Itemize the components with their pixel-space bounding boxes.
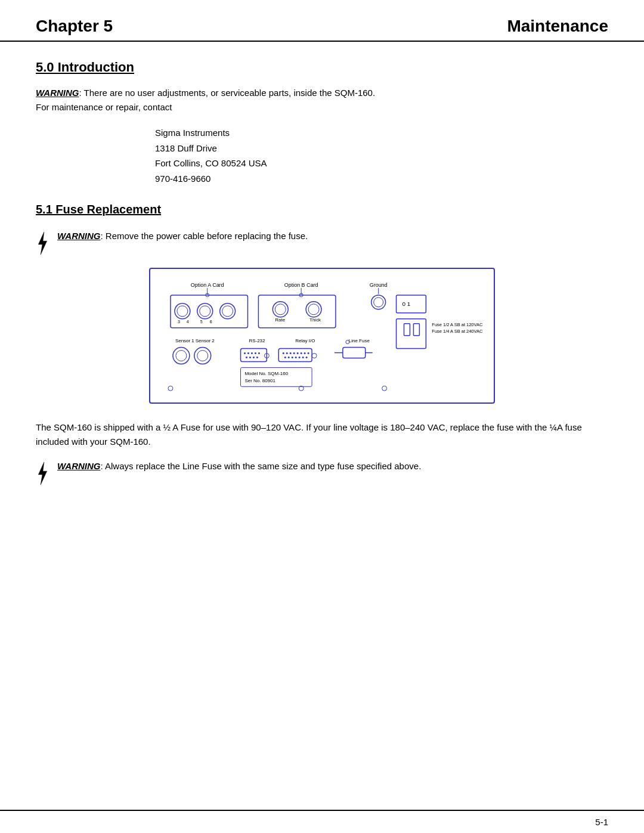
option-a-text: Option A Card (191, 282, 224, 288)
contact-line2: 1318 Duff Drive (155, 141, 608, 156)
svg-point-77 (168, 386, 173, 391)
svg-point-66 (299, 357, 301, 358)
warning-label-51b: WARNING (57, 461, 101, 471)
svg-point-18 (275, 304, 286, 315)
warning-text-51: : Remove the power cable before replacin… (101, 231, 308, 241)
section-51: 5.1 Fuse Replacement WARNING: Remove the… (36, 203, 608, 486)
svg-text:Rate: Rate (275, 317, 285, 323)
maintenance-label: Maintenance (507, 17, 608, 36)
contact-block: Sigma Instruments 1318 Duff Drive Fort C… (155, 125, 608, 186)
svg-text:Model No.  SQM-160: Model No. SQM-160 (244, 371, 288, 376)
page-header: Chapter 5 Maintenance (0, 0, 644, 42)
svg-text:5: 5 (200, 320, 203, 324)
svg-text:0  1: 0 1 (402, 301, 411, 307)
svg-point-48 (246, 357, 247, 358)
warning-label-50: WARNING (36, 88, 79, 98)
lightning-icon (36, 231, 49, 256)
option-b-text: Option B Card (284, 282, 318, 288)
svg-point-59 (301, 352, 302, 354)
svg-point-45 (251, 352, 253, 354)
svg-point-46 (255, 352, 256, 354)
device-svg: Option A Card Option B Card Ground (159, 278, 485, 391)
svg-text:Fuse 1/2 A SB at 120VAC: Fuse 1/2 A SB at 120VAC (432, 322, 483, 327)
svg-point-54 (283, 352, 284, 354)
svg-point-58 (297, 352, 299, 354)
svg-text:Line Fuse: Line Fuse (349, 338, 370, 343)
svg-text:Sensor 2: Sensor 2 (196, 338, 215, 343)
lightning-icon2 (36, 461, 49, 486)
warning-text-50: : There are no user adjustments, or serv… (79, 88, 376, 98)
svg-point-63 (288, 357, 290, 358)
svg-point-38 (173, 348, 190, 364)
chapter-label: Chapter 5 (36, 17, 113, 36)
svg-point-41 (197, 351, 208, 361)
section-51-heading: 5.1 Fuse Replacement (36, 203, 608, 216)
svg-marker-80 (38, 462, 47, 485)
svg-point-6 (177, 306, 188, 317)
svg-point-47 (258, 352, 260, 354)
warning-text-50b: For maintenance or repair, contact (36, 102, 172, 112)
svg-rect-16 (258, 295, 336, 328)
svg-point-67 (302, 357, 304, 358)
ground-text: Ground (370, 282, 388, 288)
svg-point-39 (176, 351, 187, 361)
warning-label-51: WARNING (57, 231, 101, 241)
svg-rect-42 (241, 349, 267, 362)
svg-point-69 (312, 354, 317, 358)
device-diagram: Option A Card Option B Card Ground (149, 268, 495, 404)
svg-point-8 (200, 306, 210, 317)
svg-point-78 (382, 386, 387, 391)
warning-text-51b: : Always replace the Line Fuse with the … (101, 461, 422, 471)
svg-point-25 (374, 298, 383, 307)
fuse-warning2-text: WARNING: Always replace the Line Fuse wi… (57, 460, 421, 473)
svg-text:RS-232: RS-232 (249, 338, 265, 343)
svg-rect-71 (343, 348, 366, 358)
section-50-heading: 5.0 Introduction (36, 60, 608, 75)
fuse-body-text: The SQM-160 is shipped with a ½ A Fuse f… (36, 420, 608, 449)
svg-point-56 (290, 352, 292, 354)
section-50-warning: WARNING: There are no user adjustments, … (36, 86, 608, 114)
page-number: 5-1 (595, 817, 608, 827)
svg-point-60 (304, 352, 306, 354)
svg-point-64 (292, 357, 293, 358)
svg-rect-26 (397, 295, 426, 313)
fuse-warning-block2: WARNING: Always replace the Line Fuse wi… (36, 460, 608, 486)
svg-text:Fuse 1/4 A SB at 240VAC: Fuse 1/4 A SB at 240VAC (432, 329, 483, 334)
svg-point-61 (308, 352, 309, 354)
svg-point-43 (244, 352, 246, 354)
svg-point-10 (222, 306, 233, 317)
svg-point-40 (194, 348, 211, 364)
svg-rect-4 (171, 295, 248, 328)
fuse-warning-text: WARNING: Remove the power cable before r… (57, 230, 308, 243)
contact-line3: Fort Collins, CO 80524 USA (155, 156, 608, 171)
svg-point-57 (293, 352, 295, 354)
svg-text:Ser No.   80901: Ser No. 80901 (244, 378, 275, 383)
page-content: 5.0 Introduction WARNING: There are no u… (0, 54, 644, 810)
svg-point-51 (256, 357, 258, 358)
svg-point-65 (295, 357, 297, 358)
svg-text:Thick: Thick (309, 317, 321, 323)
svg-point-62 (284, 357, 286, 358)
svg-rect-29 (404, 324, 410, 336)
svg-rect-28 (397, 319, 426, 349)
svg-rect-30 (413, 324, 419, 336)
svg-point-20 (308, 304, 319, 315)
svg-text:6: 6 (210, 320, 212, 324)
svg-text:Relay I/O: Relay I/O (295, 338, 315, 343)
svg-marker-0 (38, 232, 47, 255)
contact-line4: 970-416-9660 (155, 171, 608, 187)
svg-point-49 (249, 357, 251, 358)
svg-text:Sensor 1: Sensor 1 (175, 338, 194, 343)
svg-text:4: 4 (187, 320, 189, 324)
svg-point-55 (286, 352, 288, 354)
svg-rect-74 (241, 367, 312, 386)
contact-line1: Sigma Instruments (155, 125, 608, 141)
page-footer: 5-1 (0, 810, 644, 833)
svg-point-50 (253, 357, 255, 358)
section-50: 5.0 Introduction WARNING: There are no u… (36, 60, 608, 186)
fuse-warning-block: WARNING: Remove the power cable before r… (36, 230, 608, 256)
svg-point-44 (247, 352, 249, 354)
svg-rect-53 (278, 349, 312, 362)
svg-point-68 (306, 357, 308, 358)
svg-text:3: 3 (178, 320, 180, 324)
